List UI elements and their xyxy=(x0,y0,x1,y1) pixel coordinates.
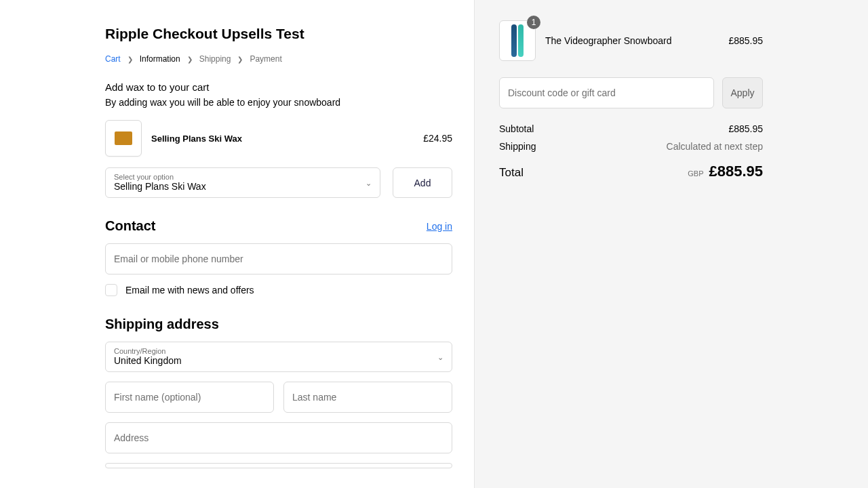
shipping-cost-row: Shipping Calculated at next step xyxy=(499,141,763,152)
total-amount: £885.95 xyxy=(709,163,763,180)
total-currency: GBP xyxy=(688,169,703,178)
order-summary: 1 The Videographer Snowboard £885.95 App… xyxy=(475,0,868,488)
email-field-wrapper xyxy=(105,243,452,274)
shipping-heading: Shipping address xyxy=(105,317,474,332)
subtotal-value: £885.95 xyxy=(728,123,763,134)
breadcrumb-information: Information xyxy=(140,54,180,64)
cart-item-name: The Videographer Snowboard xyxy=(545,35,719,46)
discount-field[interactable] xyxy=(508,87,705,98)
upsell-product-price: £24.95 xyxy=(423,133,452,144)
email-field[interactable] xyxy=(114,253,443,264)
country-label: Country/Region xyxy=(114,347,443,355)
add-button[interactable]: Add xyxy=(393,167,452,198)
checkout-main: Ripple Checkout Upsells Test Cart ❯ Info… xyxy=(0,0,475,488)
snowboard-icon xyxy=(511,24,517,57)
first-name-field[interactable] xyxy=(114,392,265,403)
chevron-down-icon: ⌄ xyxy=(366,178,372,187)
subtotal-row: Subtotal £885.95 xyxy=(499,123,763,134)
upsell-select-label: Select your option xyxy=(114,173,372,181)
contact-heading: Contact xyxy=(105,218,155,234)
chevron-right-icon: ❯ xyxy=(127,56,133,63)
news-offers-checkbox[interactable] xyxy=(105,284,117,296)
login-link[interactable]: Log in xyxy=(427,221,452,232)
news-offers-label: Email me with news and offers xyxy=(125,285,254,296)
chevron-right-icon: ❯ xyxy=(237,56,243,63)
upsell-subtitle: By adding wax you will be able to enjoy … xyxy=(105,97,474,108)
upsell-select-value: Selling Plans Ski Wax xyxy=(114,181,372,192)
page-title: Ripple Checkout Upsells Test xyxy=(105,26,474,42)
discount-field-wrapper xyxy=(499,77,714,108)
upsell-title: Add wax to to your cart xyxy=(105,81,474,93)
breadcrumb-cart[interactable]: Cart xyxy=(105,54,121,64)
last-name-field[interactable] xyxy=(292,392,443,403)
total-label: Total xyxy=(499,166,524,180)
cart-item-price: £885.95 xyxy=(728,35,763,46)
wax-icon xyxy=(115,131,132,145)
breadcrumb: Cart ❯ Information ❯ Shipping ❯ Payment xyxy=(105,54,474,64)
address-field-wrapper xyxy=(105,422,452,453)
chevron-right-icon: ❯ xyxy=(187,56,193,63)
upsell-thumbnail xyxy=(105,120,142,157)
first-name-field-wrapper xyxy=(105,382,274,413)
news-offers-row: Email me with news and offers xyxy=(105,284,474,296)
cart-item: 1 The Videographer Snowboard £885.95 xyxy=(499,20,763,61)
breadcrumb-shipping: Shipping xyxy=(199,54,231,64)
country-select[interactable]: Country/Region United Kingdom ⌄ xyxy=(105,342,452,372)
quantity-badge: 1 xyxy=(527,16,540,29)
apply-button[interactable]: Apply xyxy=(722,77,763,108)
total-row: Total GBP£885.95 xyxy=(499,163,763,180)
cart-item-thumbnail: 1 xyxy=(499,20,536,61)
shipping-cost-label: Shipping xyxy=(499,141,536,152)
last-name-field-wrapper xyxy=(283,382,452,413)
upsell-product-name: Selling Plans Ski Wax xyxy=(151,134,414,144)
address-field[interactable] xyxy=(114,432,443,443)
country-value: United Kingdom xyxy=(114,355,443,366)
next-field-peek xyxy=(105,463,452,468)
subtotal-label: Subtotal xyxy=(499,123,534,134)
shipping-cost-value: Calculated at next step xyxy=(667,141,763,152)
breadcrumb-payment: Payment xyxy=(250,54,281,64)
upsell-option-select[interactable]: Select your option Selling Plans Ski Wax… xyxy=(105,167,380,198)
upsell-product-row: Selling Plans Ski Wax £24.95 xyxy=(105,120,452,157)
chevron-down-icon: ⌄ xyxy=(437,352,443,361)
snowboard-icon xyxy=(518,24,524,57)
